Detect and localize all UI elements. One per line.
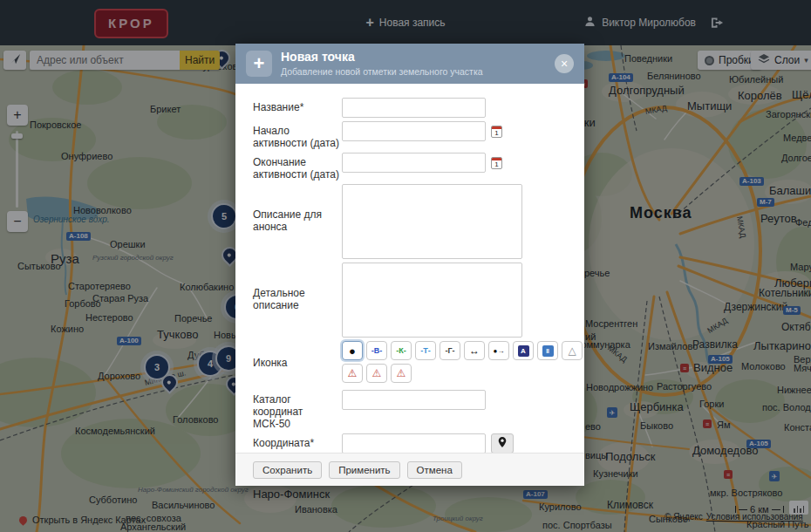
name-input[interactable]: [342, 98, 486, 118]
coordinate-input[interactable]: [342, 433, 486, 454]
announce-label: Описание для анонса: [253, 184, 342, 233]
name-label: Название*: [253, 98, 342, 113]
detail-label: Детальное описание: [253, 263, 342, 311]
start-date-label: Начало активности (дата): [253, 121, 342, 149]
icon-option-warning-sign-1[interactable]: ⚠: [342, 364, 363, 383]
icon-option-sign-bridge[interactable]: ‖: [537, 341, 558, 360]
icon-option-warning-sign-3[interactable]: ⚠: [391, 364, 412, 383]
modal-plus-icon: +: [246, 51, 272, 77]
icon-option-double-arrow[interactable]: ↔: [464, 341, 485, 360]
start-date-input[interactable]: [342, 121, 486, 141]
icon-label: Иконка: [253, 341, 342, 369]
coordinate-label: Координата*: [253, 433, 342, 449]
icon-row-2: ⚠⚠⚠: [342, 364, 586, 383]
calendar-icon[interactable]: 1: [491, 126, 502, 138]
icon-option-label-g[interactable]: -Г-: [440, 341, 460, 360]
icon-option-label-k[interactable]: -К-: [391, 341, 412, 360]
modal-body: Название* Начало активности (дата) 1 Око…: [235, 84, 584, 478]
app-window: СычевоКурсаковоБрикетПокровскоеОнуфриево…: [0, 0, 811, 532]
cancel-button[interactable]: Отмена: [407, 461, 462, 479]
new-point-modal: + Новая точка Добавление новой отметки з…: [235, 44, 584, 486]
icon-option-sign-a[interactable]: A: [513, 341, 534, 360]
map-pin-icon: [497, 436, 508, 451]
icon-option-warning-sign-2[interactable]: ⚠: [366, 364, 387, 383]
icon-option-label-v[interactable]: -В-: [366, 341, 387, 360]
catalog-input[interactable]: [342, 390, 486, 410]
icon-option-tower[interactable]: △: [562, 341, 583, 360]
detail-textarea[interactable]: [342, 263, 522, 338]
announce-textarea[interactable]: [342, 184, 522, 259]
apply-button[interactable]: Применить: [329, 461, 399, 479]
icon-option-dot-arrow[interactable]: ●→: [488, 341, 509, 360]
calendar-icon[interactable]: 1: [491, 157, 502, 169]
icon-option-point-black-circle[interactable]: ●: [342, 341, 363, 360]
modal-footer: Сохранить Применить Отмена: [235, 453, 584, 486]
end-date-label: Окончание активности (дата): [253, 153, 342, 181]
end-date-input[interactable]: [342, 153, 486, 173]
close-icon[interactable]: ×: [555, 54, 574, 73]
modal-header: + Новая точка Добавление новой отметки з…: [235, 44, 584, 84]
pick-coordinate-button[interactable]: [491, 433, 514, 454]
modal-title: Новая точка: [281, 50, 483, 65]
modal-subtitle: Добавление новой отметки земельного учас…: [281, 66, 483, 78]
icon-option-label-t[interactable]: -Т-: [415, 341, 436, 360]
catalog-label: Каталог координат МСК-50: [253, 390, 342, 430]
save-button[interactable]: Сохранить: [253, 461, 322, 479]
icon-row-1: ●-В--К--Т--Г-↔●→A‖△: [342, 341, 586, 360]
